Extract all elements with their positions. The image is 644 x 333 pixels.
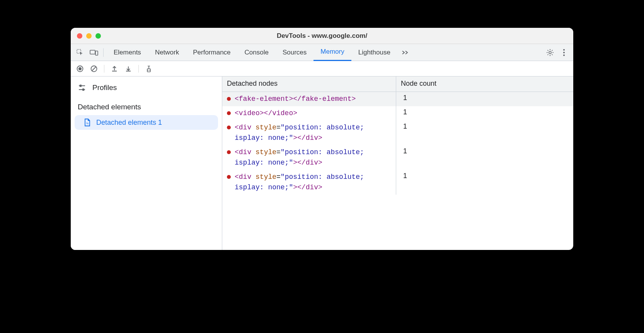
node-markup: <fake-element></fake-element> [235, 94, 356, 104]
minimize-button[interactable] [86, 33, 92, 39]
memory-toolbar [71, 61, 573, 76]
table-row[interactable]: <video></video>1 [222, 106, 573, 121]
table-body: <fake-element></fake-element>1<video></v… [222, 92, 573, 250]
profiles-label: Profiles [92, 83, 117, 92]
devtools-window: DevTools - www.google.com/ ElementsNetwo… [71, 28, 573, 250]
table-row[interactable]: <div style="position: absolute; isplay: … [222, 121, 573, 145]
titlebar: DevTools - www.google.com/ [71, 28, 573, 44]
svg-point-3 [549, 51, 551, 54]
table-row[interactable]: <fake-element></fake-element>1 [222, 92, 573, 106]
main-panel: Detached nodes Node count <fake-element>… [222, 76, 573, 250]
content: Profiles Detached elements % Detached el… [71, 76, 573, 250]
divider [103, 48, 104, 57]
detached-node-cell: <div style="position: absolute; isplay: … [222, 145, 396, 170]
load-profile-icon[interactable] [109, 63, 120, 74]
device-toolbar-icon[interactable] [88, 46, 100, 59]
window-title: DevTools - www.google.com/ [71, 32, 573, 40]
tab-sources[interactable]: Sources [276, 44, 313, 61]
node-count-cell: 1 [396, 170, 573, 195]
bullet-icon [227, 175, 231, 179]
tab-network[interactable]: Network [148, 44, 186, 61]
sliders-icon [78, 83, 86, 92]
detached-node-cell: <fake-element></fake-element> [222, 92, 396, 106]
svg-rect-19 [83, 89, 84, 90]
more-icon[interactable] [558, 46, 570, 59]
traffic-lights [77, 33, 101, 39]
node-markup: <video></video> [235, 108, 297, 119]
tab-lighthouse[interactable]: Lighthouse [351, 44, 397, 61]
maximize-button[interactable] [95, 33, 101, 39]
bullet-icon [227, 97, 231, 101]
tab-elements[interactable]: Elements [107, 44, 148, 61]
divider [104, 65, 104, 73]
bullet-icon [227, 126, 231, 129]
column-detached-nodes[interactable]: Detached nodes [222, 76, 396, 92]
svg-rect-2 [95, 51, 98, 55]
svg-text:%: % [86, 122, 89, 125]
document-icon: % [84, 118, 91, 127]
detached-node-cell: <video></video> [222, 106, 396, 121]
save-profile-icon[interactable] [123, 63, 134, 74]
tab-console[interactable]: Console [238, 44, 276, 61]
record-icon[interactable] [75, 63, 85, 74]
sidebar-item-label: Detached elements 1 [96, 119, 162, 127]
node-markup: <div style="position: absolute; isplay: … [235, 172, 391, 193]
collect-garbage-icon[interactable] [143, 63, 154, 74]
svg-point-8 [78, 67, 82, 70]
node-markup: <div style="position: absolute; isplay: … [235, 147, 391, 168]
more-tabs-icon[interactable] [399, 46, 411, 59]
node-markup: <div style="position: absolute; isplay: … [235, 122, 391, 143]
svg-point-6 [563, 54, 565, 56]
node-count-cell: 1 [396, 145, 573, 170]
close-button[interactable] [77, 33, 82, 39]
svg-rect-18 [80, 85, 81, 87]
detached-elements-heading: Detached elements [71, 95, 222, 114]
svg-line-10 [92, 67, 96, 71]
table-header: Detached nodes Node count [222, 76, 573, 92]
table-row[interactable]: <div style="position: absolute; isplay: … [222, 145, 573, 170]
sidebar: Profiles Detached elements % Detached el… [71, 76, 222, 250]
profiles-row[interactable]: Profiles [71, 80, 222, 95]
bullet-icon [227, 150, 231, 154]
settings-icon[interactable] [544, 46, 556, 59]
svg-point-4 [563, 49, 565, 51]
svg-point-5 [563, 52, 565, 53]
table-row[interactable]: <div style="position: absolute; isplay: … [222, 170, 573, 195]
clear-icon[interactable] [89, 63, 99, 74]
node-count-cell: 1 [396, 92, 573, 106]
svg-rect-1 [90, 50, 95, 54]
tabs-container: ElementsNetworkPerformanceConsoleSources… [107, 44, 397, 61]
detached-node-cell: <div style="position: absolute; isplay: … [222, 121, 396, 145]
node-count-cell: 1 [396, 106, 573, 121]
column-node-count[interactable]: Node count [396, 76, 573, 92]
bullet-icon [227, 111, 231, 115]
detached-elements-item[interactable]: % Detached elements 1 [75, 115, 218, 130]
inspect-element-icon[interactable] [74, 46, 86, 59]
detached-node-cell: <div style="position: absolute; isplay: … [222, 170, 396, 195]
tab-memory[interactable]: Memory [313, 44, 351, 61]
divider [138, 65, 139, 73]
devtools-tabbar: ElementsNetworkPerformanceConsoleSources… [71, 44, 573, 61]
tab-performance[interactable]: Performance [186, 44, 237, 61]
node-count-cell: 1 [396, 121, 573, 145]
